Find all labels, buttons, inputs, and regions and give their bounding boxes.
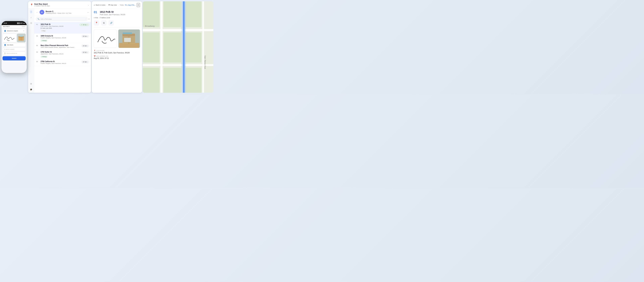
stop-time-pill[interactable]: 07:28 ▾ [81, 44, 89, 47]
person-icon: 👤 [4, 30, 6, 32]
first-badge: ≡ First [40, 30, 46, 32]
back-to-routes-button[interactable]: ↩ Back to routes [94, 4, 106, 6]
stop-tags-row: ≡ First ⏱ Before 13:00 [94, 17, 140, 18]
location-label-icon: 📍 [94, 50, 96, 52]
svg-rect-3 [19, 36, 23, 37]
svg-rect-29 [186, 1, 202, 27]
phone-address: 1812 Polk St [3, 26, 10, 27]
sidebar-item-search[interactable]: ⌕ [30, 15, 32, 19]
info-icon: ℹ [4, 48, 4, 50]
location-section: 📍 Location 1812 Polk St. Polk Gulch, San… [94, 50, 140, 54]
package-detail-box [118, 29, 140, 48]
signature-detail-box [94, 29, 117, 48]
svg-rect-18 [160, 1, 162, 93]
location-action-button[interactable]: 📍 [94, 20, 99, 26]
stop-details: 1812 Polk St Polk Gulch, San Francisco, … [40, 23, 78, 32]
stop-details: 2786 California St Pacific Heights, San … [40, 61, 80, 64]
note-internal-row[interactable]: 📋 Note for internal use [2, 52, 26, 55]
action-icons-row: 📍 ⧉ 🔗 [94, 20, 140, 27]
recipient-name: Elsie Alberts [7, 44, 14, 45]
battery-icon: ▬ [23, 22, 25, 24]
signature-svg [3, 35, 16, 41]
back-routes-label: Back to routes [96, 4, 106, 6]
depot-name: East Bay depot [34, 3, 50, 5]
route-panel: 📍 East Bay depot 2 routes in last 30 day… [28, 1, 91, 93]
package-detail-svg [118, 29, 140, 48]
map-panel: reen St Vallejo St. Broadway Van Ness Av… [143, 1, 213, 93]
stop-time-pill[interactable]: 07:38 ▾ [81, 61, 89, 63]
driver-back-arrow[interactable]: ← [36, 11, 38, 13]
sidebar-item-monitor[interactable]: ⊡ [30, 21, 33, 25]
wifi-icon: WiFi [20, 22, 23, 24]
phone-status-icons: ▐▐▐ WiFi ▬ [16, 22, 25, 24]
sidebar-item-gear[interactable]: ⚙ [30, 82, 33, 86]
search-icon: 🔍 [38, 18, 40, 20]
package-svg-small [18, 34, 25, 42]
stop-time-pill-done[interactable]: ✓ 07:21 ▾ [80, 23, 89, 26]
delivered-label: 📅 Delivered on [94, 55, 140, 57]
driver-avatar: BC [40, 10, 44, 14]
more-options-icon[interactable]: ··· [87, 11, 89, 13]
stop-details: 1750 Sutter St Japantown, San Francisco,… [40, 51, 80, 58]
svg-rect-35 [186, 68, 202, 93]
svg-rect-27 [143, 1, 160, 27]
svg-rect-31 [164, 32, 181, 62]
stop-city: Pacific Heights, San Francisco, 94115 [40, 63, 80, 64]
stop-item[interactable]: 01 1812 Polk St Polk Gulch, San Francisc… [34, 22, 91, 34]
time-chevron-icon: ▾ [87, 24, 88, 26]
close-button[interactable]: ✕ [137, 3, 140, 7]
svg-rect-40 [183, 1, 185, 93]
stop-street: 2786 California St [40, 61, 80, 62]
stop-item[interactable]: 04 1750 Sutter St Japantown, San Francis… [34, 50, 91, 59]
sidebar-item-diploma[interactable]: 🎓 [29, 88, 33, 91]
copy-icon: ⧉ [103, 22, 105, 24]
location-pin-icon: 📍 [95, 22, 98, 24]
stop-city: Polk Gulch, San Francisco, 94109 [40, 25, 78, 27]
photos-row [2, 34, 26, 42]
stop-time-col: 07:32 ▾ [81, 51, 89, 54]
stop-number: 02 [36, 35, 39, 37]
search-slash-hint: / [86, 18, 86, 20]
stop-item[interactable]: 03 Mary Ellen Pleasant Memorial Park 150… [34, 43, 91, 50]
link-action-button[interactable]: 🔗 [108, 20, 114, 26]
package-photo [17, 34, 26, 42]
map-view-button[interactable]: 🗺 Map view [108, 4, 117, 6]
detail-panel: ↩ Back to routes › 🗺 Map view › Today Fr… [92, 1, 142, 93]
breadcrumb-separator: › [106, 4, 107, 6]
svg-rect-33 [143, 68, 160, 93]
note-internal-icon: 📋 [4, 53, 6, 54]
note-recipient-row[interactable]: ℹ Note for recipient [2, 47, 26, 51]
stop-item[interactable]: 02 1809 Octavia St Pacific Heights, San … [34, 34, 91, 43]
stop-item[interactable]: 05 2786 California St Pacific Heights, S… [34, 59, 91, 66]
back-arrow-icon: ↩ [94, 4, 95, 6]
stop-details: 1809 Octavia St Pacific Heights, San Fra… [40, 35, 80, 42]
phone-frame: 15:20 ▐▐▐ WiFi ▬ 1812 Polk St Cancel 👤 D… [2, 21, 27, 73]
search-placeholder: Add or find stops [40, 18, 84, 20]
note-internal-placeholder: Note for internal use [6, 53, 17, 54]
detail-street: 1812 Polk St [100, 10, 125, 13]
gate-icon: ⊟ [40, 27, 42, 29]
detail-header: ↩ Back to routes › 🗺 Map view › Today Fr… [92, 1, 142, 9]
today-label: Today [120, 4, 124, 6]
delivered-section: 📅 Delivered on Aug 02, 2024, 07:21 [94, 55, 140, 59]
stop-time-col: 07:24 ▾ [81, 35, 89, 38]
stop-city: 1501-1699 Octavia Street, Japantown, San… [40, 46, 80, 48]
svg-rect-32 [186, 32, 202, 62]
recipient-row: 👤 Elsie Alberts [2, 43, 26, 47]
search-input-wrapper[interactable]: 🔍 Add or find stops / [36, 17, 88, 21]
stop-time-pill[interactable]: 07:32 ▾ [81, 51, 89, 54]
clock-icon: ⏱ [100, 17, 101, 18]
phone-cancel-label[interactable]: Cancel [22, 26, 25, 27]
sidebar-item-home[interactable]: ⌂ [30, 10, 32, 13]
delivery-status-row[interactable]: 👤 Delivered to recipient ▾ [2, 29, 26, 33]
submit-button[interactable]: Submit [2, 56, 26, 60]
svg-rect-34 [164, 68, 181, 93]
svg-text:Van Ness Ave: Van Ness Ave [204, 55, 206, 69]
recipient-person-icon: 👤 [4, 44, 6, 46]
driver-info: Bessie C. Finishing 08:40, • Done 1/14 •… [46, 10, 86, 14]
search-expand-icon[interactable]: ▾ [88, 18, 90, 20]
depot-expand-icon[interactable]: ⌄ [88, 4, 89, 6]
copy-action-button[interactable]: ⧉ [101, 20, 106, 26]
svg-rect-28 [164, 1, 181, 27]
stop-time-pill[interactable]: 07:24 ▾ [81, 35, 89, 38]
